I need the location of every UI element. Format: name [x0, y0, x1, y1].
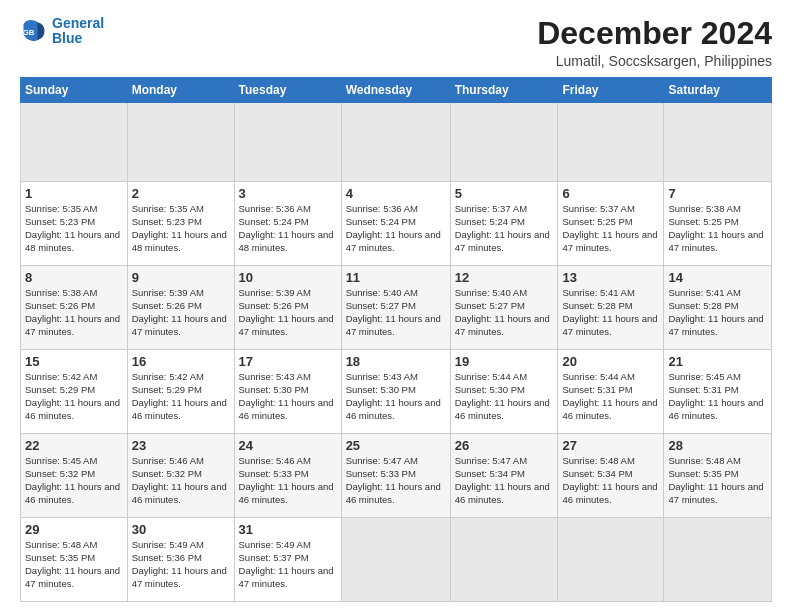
daylight-text: Daylight: 11 hours and 47 minutes.	[25, 565, 123, 591]
sunrise-text: Sunrise: 5:48 AM	[25, 539, 123, 552]
table-row	[127, 103, 234, 182]
calendar-week-1: 1Sunrise: 5:35 AMSunset: 5:23 PMDaylight…	[21, 181, 772, 265]
daylight-text: Daylight: 11 hours and 46 minutes.	[346, 481, 446, 507]
day-number: 12	[455, 269, 554, 287]
sunset-text: Sunset: 5:28 PM	[668, 300, 767, 313]
sunrise-text: Sunrise: 5:37 AM	[562, 203, 659, 216]
day-number: 27	[562, 437, 659, 455]
sunset-text: Sunset: 5:34 PM	[562, 468, 659, 481]
daylight-text: Daylight: 11 hours and 46 minutes.	[455, 397, 554, 423]
daylight-text: Daylight: 11 hours and 47 minutes.	[239, 313, 337, 339]
table-row: 7Sunrise: 5:38 AMSunset: 5:25 PMDaylight…	[664, 181, 772, 265]
calendar-table: Sunday Monday Tuesday Wednesday Thursday…	[20, 77, 772, 602]
sunrise-text: Sunrise: 5:41 AM	[668, 287, 767, 300]
subtitle: Lumatil, Soccsksargen, Philippines	[537, 53, 772, 69]
table-row: 2Sunrise: 5:35 AMSunset: 5:23 PMDaylight…	[127, 181, 234, 265]
table-row: 31Sunrise: 5:49 AMSunset: 5:37 PMDayligh…	[234, 517, 341, 601]
daylight-text: Daylight: 11 hours and 47 minutes.	[668, 229, 767, 255]
table-row	[341, 517, 450, 601]
table-row: 24Sunrise: 5:46 AMSunset: 5:33 PMDayligh…	[234, 433, 341, 517]
day-number: 2	[132, 185, 230, 203]
header-row: Sunday Monday Tuesday Wednesday Thursday…	[21, 78, 772, 103]
day-number: 23	[132, 437, 230, 455]
table-row: 6Sunrise: 5:37 AMSunset: 5:25 PMDaylight…	[558, 181, 664, 265]
table-row	[664, 103, 772, 182]
day-number: 26	[455, 437, 554, 455]
table-row: 27Sunrise: 5:48 AMSunset: 5:34 PMDayligh…	[558, 433, 664, 517]
day-number: 24	[239, 437, 337, 455]
sunrise-text: Sunrise: 5:45 AM	[668, 371, 767, 384]
table-row: 11Sunrise: 5:40 AMSunset: 5:27 PMDayligh…	[341, 265, 450, 349]
col-sunday: Sunday	[21, 78, 128, 103]
logo-text-block: General Blue	[52, 16, 104, 47]
sunrise-text: Sunrise: 5:40 AM	[455, 287, 554, 300]
daylight-text: Daylight: 11 hours and 46 minutes.	[25, 397, 123, 423]
table-row: 21Sunrise: 5:45 AMSunset: 5:31 PMDayligh…	[664, 349, 772, 433]
sunrise-text: Sunrise: 5:42 AM	[132, 371, 230, 384]
sunrise-text: Sunrise: 5:44 AM	[455, 371, 554, 384]
calendar-week-2: 8Sunrise: 5:38 AMSunset: 5:26 PMDaylight…	[21, 265, 772, 349]
day-number: 29	[25, 521, 123, 539]
table-row: 20Sunrise: 5:44 AMSunset: 5:31 PMDayligh…	[558, 349, 664, 433]
sunset-text: Sunset: 5:23 PM	[132, 216, 230, 229]
table-row: 9Sunrise: 5:39 AMSunset: 5:26 PMDaylight…	[127, 265, 234, 349]
table-row: 16Sunrise: 5:42 AMSunset: 5:29 PMDayligh…	[127, 349, 234, 433]
day-number: 20	[562, 353, 659, 371]
daylight-text: Daylight: 11 hours and 47 minutes.	[455, 229, 554, 255]
table-row: 19Sunrise: 5:44 AMSunset: 5:30 PMDayligh…	[450, 349, 558, 433]
table-row: 26Sunrise: 5:47 AMSunset: 5:34 PMDayligh…	[450, 433, 558, 517]
daylight-text: Daylight: 11 hours and 47 minutes.	[346, 229, 446, 255]
daylight-text: Daylight: 11 hours and 46 minutes.	[562, 481, 659, 507]
sunset-text: Sunset: 5:25 PM	[562, 216, 659, 229]
sunrise-text: Sunrise: 5:37 AM	[455, 203, 554, 216]
header: GB General Blue December 2024 Lumatil, S…	[20, 16, 772, 69]
sunrise-text: Sunrise: 5:45 AM	[25, 455, 123, 468]
sunset-text: Sunset: 5:32 PM	[25, 468, 123, 481]
logo-line2: Blue	[52, 31, 104, 46]
daylight-text: Daylight: 11 hours and 46 minutes.	[346, 397, 446, 423]
daylight-text: Daylight: 11 hours and 46 minutes.	[132, 397, 230, 423]
day-number: 15	[25, 353, 123, 371]
sunrise-text: Sunrise: 5:44 AM	[562, 371, 659, 384]
table-row: 14Sunrise: 5:41 AMSunset: 5:28 PMDayligh…	[664, 265, 772, 349]
calendar-week-4: 22Sunrise: 5:45 AMSunset: 5:32 PMDayligh…	[21, 433, 772, 517]
table-row: 30Sunrise: 5:49 AMSunset: 5:36 PMDayligh…	[127, 517, 234, 601]
sunset-text: Sunset: 5:31 PM	[668, 384, 767, 397]
table-row: 10Sunrise: 5:39 AMSunset: 5:26 PMDayligh…	[234, 265, 341, 349]
sunset-text: Sunset: 5:26 PM	[239, 300, 337, 313]
sunrise-text: Sunrise: 5:47 AM	[346, 455, 446, 468]
daylight-text: Daylight: 11 hours and 47 minutes.	[25, 313, 123, 339]
sunset-text: Sunset: 5:24 PM	[455, 216, 554, 229]
table-row: 3Sunrise: 5:36 AMSunset: 5:24 PMDaylight…	[234, 181, 341, 265]
sunrise-text: Sunrise: 5:49 AM	[132, 539, 230, 552]
sunrise-text: Sunrise: 5:39 AM	[132, 287, 230, 300]
table-row: 17Sunrise: 5:43 AMSunset: 5:30 PMDayligh…	[234, 349, 341, 433]
day-number: 19	[455, 353, 554, 371]
table-row: 5Sunrise: 5:37 AMSunset: 5:24 PMDaylight…	[450, 181, 558, 265]
day-number: 11	[346, 269, 446, 287]
day-number: 7	[668, 185, 767, 203]
table-row: 23Sunrise: 5:46 AMSunset: 5:32 PMDayligh…	[127, 433, 234, 517]
sunrise-text: Sunrise: 5:43 AM	[239, 371, 337, 384]
table-row	[450, 517, 558, 601]
table-row	[558, 103, 664, 182]
calendar-week-3: 15Sunrise: 5:42 AMSunset: 5:29 PMDayligh…	[21, 349, 772, 433]
sunrise-text: Sunrise: 5:46 AM	[132, 455, 230, 468]
day-number: 10	[239, 269, 337, 287]
main-title: December 2024	[537, 16, 772, 51]
day-number: 31	[239, 521, 337, 539]
day-number: 30	[132, 521, 230, 539]
col-wednesday: Wednesday	[341, 78, 450, 103]
day-number: 3	[239, 185, 337, 203]
sunset-text: Sunset: 5:29 PM	[132, 384, 230, 397]
day-number: 9	[132, 269, 230, 287]
day-number: 4	[346, 185, 446, 203]
calendar-week-0	[21, 103, 772, 182]
sunset-text: Sunset: 5:35 PM	[668, 468, 767, 481]
sunrise-text: Sunrise: 5:38 AM	[25, 287, 123, 300]
day-number: 13	[562, 269, 659, 287]
sunrise-text: Sunrise: 5:36 AM	[239, 203, 337, 216]
table-row: 29Sunrise: 5:48 AMSunset: 5:35 PMDayligh…	[21, 517, 128, 601]
day-number: 25	[346, 437, 446, 455]
table-row	[341, 103, 450, 182]
